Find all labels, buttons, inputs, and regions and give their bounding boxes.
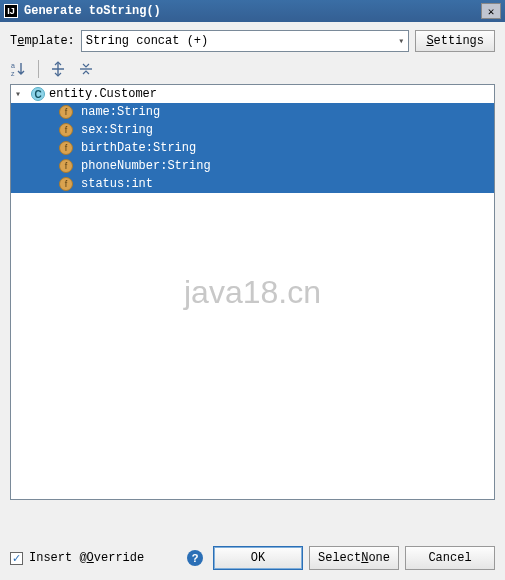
field-icon: f bbox=[59, 159, 73, 173]
field-icon: f bbox=[59, 141, 73, 155]
ok-button[interactable]: OK bbox=[213, 546, 303, 570]
expand-all-button[interactable] bbox=[49, 60, 67, 78]
field-row[interactable]: f phoneNumber:String bbox=[11, 157, 494, 175]
tree-panel[interactable]: ▾ C entity.Customer f name:String f sex:… bbox=[10, 84, 495, 500]
insert-override-label: Insert @Override bbox=[29, 551, 144, 565]
field-label: phoneNumber:String bbox=[81, 159, 211, 173]
footer-bar: ✓ Insert @Override ? OK Select None Canc… bbox=[10, 546, 495, 570]
svg-text:z: z bbox=[11, 70, 15, 77]
toolbar: az bbox=[10, 60, 495, 78]
root-label: entity.Customer bbox=[49, 87, 157, 101]
titlebar: IJ Generate toString() ✕ bbox=[0, 0, 505, 22]
field-label: sex:String bbox=[81, 123, 153, 137]
collapse-all-button[interactable] bbox=[77, 60, 95, 78]
field-row[interactable]: f status:int bbox=[11, 175, 494, 193]
field-icon: f bbox=[59, 105, 73, 119]
close-button[interactable]: ✕ bbox=[481, 3, 501, 19]
template-select[interactable]: String concat (+) ▾ bbox=[81, 30, 410, 52]
settings-button[interactable]: Settings bbox=[415, 30, 495, 52]
template-value: String concat (+) bbox=[86, 34, 208, 48]
chevron-down-icon: ▾ bbox=[398, 35, 404, 47]
field-row[interactable]: f name:String bbox=[11, 103, 494, 121]
title-text: Generate toString() bbox=[24, 4, 161, 18]
field-row[interactable]: f birthDate:String bbox=[11, 139, 494, 157]
field-label: name:String bbox=[81, 105, 160, 119]
separator bbox=[38, 60, 39, 78]
field-label: status:int bbox=[81, 177, 153, 191]
expand-arrow-icon[interactable]: ▾ bbox=[15, 88, 27, 100]
class-icon: C bbox=[31, 87, 45, 101]
sort-alpha-button[interactable]: az bbox=[10, 60, 28, 78]
cancel-button[interactable]: Cancel bbox=[405, 546, 495, 570]
app-icon: IJ bbox=[4, 4, 18, 18]
svg-text:a: a bbox=[11, 62, 15, 69]
field-label: birthDate:String bbox=[81, 141, 196, 155]
help-icon[interactable]: ? bbox=[187, 550, 203, 566]
insert-override-checkbox[interactable]: ✓ bbox=[10, 552, 23, 565]
tree-root-row[interactable]: ▾ C entity.Customer bbox=[11, 85, 494, 103]
template-label: Template: bbox=[10, 34, 75, 48]
select-none-button[interactable]: Select None bbox=[309, 546, 399, 570]
field-icon: f bbox=[59, 177, 73, 191]
field-row[interactable]: f sex:String bbox=[11, 121, 494, 139]
watermark-text: java18.cn bbox=[184, 274, 321, 311]
field-icon: f bbox=[59, 123, 73, 137]
